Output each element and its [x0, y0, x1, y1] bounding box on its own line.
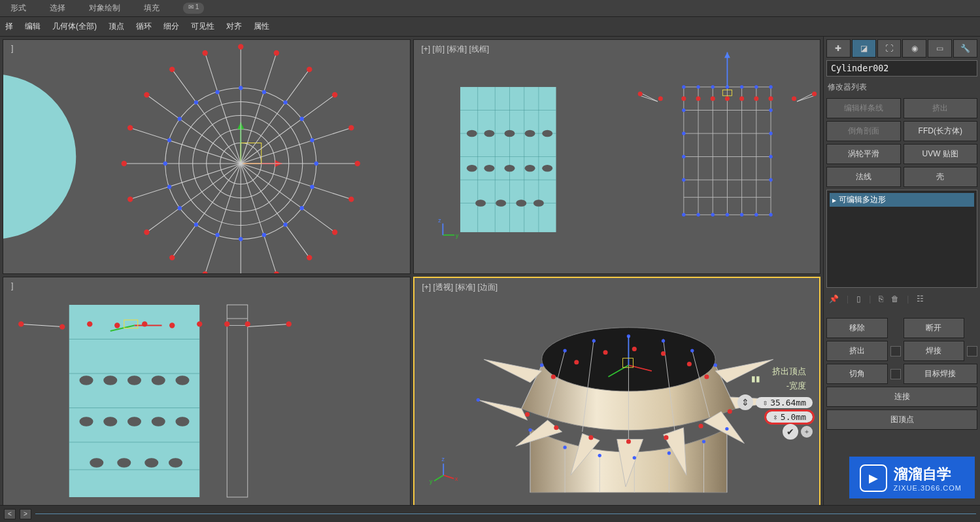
svg-point-96 — [533, 200, 543, 207]
svg-point-138 — [682, 213, 685, 217]
timeline[interactable] — [35, 513, 976, 514]
submenu-loop[interactable]: 循环 — [133, 20, 154, 33]
modifier-list-label[interactable]: 修改器列表 — [826, 79, 977, 96]
menu-style[interactable]: 形式 — [10, 3, 26, 14]
submenu-visibility[interactable]: 可见性 — [188, 20, 217, 33]
height-spinner[interactable]: ⇳ 35.64mm — [756, 397, 813, 408]
submenu-geometry-all[interactable]: 几何体(全部) — [50, 20, 99, 33]
weld-button[interactable]: 焊接 — [904, 341, 965, 361]
svg-point-213 — [632, 347, 636, 351]
svg-point-143 — [754, 213, 758, 217]
svg-point-160 — [103, 417, 117, 426]
viewport-label: [+] [透视] [标准] [边面] — [422, 282, 498, 293]
tab-hierarchy-icon[interactable]: ⛶ — [877, 39, 902, 58]
svg-point-88 — [466, 165, 477, 172]
mod-shell-button[interactable]: 壳 — [904, 167, 978, 187]
mod-turbosmooth-button[interactable]: 涡轮平滑 — [826, 144, 901, 164]
modifier-buttons: 编辑样条线 挤出 倒角剖面 FFD(长方体) 涡轮平滑 UVW 贴图 法线 壳 — [826, 98, 977, 187]
mod-bevelprofile-button[interactable]: 倒角剖面 — [826, 121, 901, 141]
svg-point-67 — [239, 86, 243, 90]
show-result-icon[interactable]: ▯ — [856, 294, 861, 304]
extrude-settings-button[interactable] — [890, 346, 901, 357]
svg-point-121 — [658, 96, 662, 101]
track-next-button[interactable]: > — [20, 509, 31, 519]
menu-draw[interactable]: 对象绘制 — [89, 3, 120, 14]
svg-point-228 — [661, 339, 664, 342]
watermark-logo: ▶ 溜溜自学 ZIXUE.3D66.COM — [849, 457, 975, 498]
viewport-front[interactable]: [+] [前] [标准] [线框] — [413, 39, 821, 274]
height-icon[interactable]: ⇕ — [737, 394, 753, 410]
mod-normal-button[interactable]: 法线 — [826, 167, 901, 187]
svg-point-154 — [80, 375, 93, 385]
pin-icon[interactable]: 📌 — [829, 294, 839, 304]
submenu-edit[interactable]: 编辑 — [22, 20, 43, 33]
stack-item-editablepoly[interactable]: ▸ 可编辑多边形 — [830, 193, 974, 207]
svg-point-215 — [686, 362, 691, 366]
svg-point-46 — [202, 50, 207, 56]
tab-motion-icon[interactable]: ◉ — [902, 39, 926, 58]
figvertex-button[interactable]: 图顶点 — [826, 409, 977, 430]
svg-point-173 — [18, 321, 24, 326]
mod-ffd-button[interactable]: FFD(长方体) — [904, 121, 978, 141]
mod-extrude-button[interactable]: 挤出 — [904, 98, 978, 118]
svg-point-176 — [114, 322, 120, 328]
apply-button[interactable]: ＋ — [801, 426, 813, 438]
svg-point-62 — [163, 162, 167, 165]
configure-icon[interactable]: ☷ — [917, 294, 924, 304]
tab-utilities-icon[interactable]: 🔧 — [953, 39, 977, 58]
tab-create-icon[interactable]: ✚ — [826, 39, 851, 58]
remove-button[interactable]: 移除 — [826, 318, 888, 338]
svg-point-53 — [310, 185, 314, 189]
menu-select[interactable]: 选择 — [50, 3, 65, 14]
svg-line-246 — [434, 475, 443, 481]
svg-line-244 — [443, 475, 454, 478]
submenu-properties[interactable]: 属性 — [251, 20, 272, 33]
svg-point-45 — [169, 67, 175, 72]
svg-point-131 — [769, 109, 772, 112]
svg-point-132 — [682, 131, 685, 135]
weld-settings-button[interactable] — [967, 346, 977, 357]
submenu-vertex[interactable]: 顶点 — [106, 20, 127, 33]
edit-vertices: 移除 断开 挤出 焊接 切角 目标焊接 连接 图顶点 — [826, 318, 977, 430]
tab-modify-icon[interactable]: ◪ — [852, 39, 876, 58]
extrude-button[interactable]: 挤出 — [826, 341, 888, 361]
menu-fill[interactable]: 填充 — [144, 3, 160, 14]
svg-text:y: y — [455, 232, 458, 239]
mail-icon[interactable]: ✉ 1 — [183, 3, 204, 14]
chamfer-button[interactable]: 切角 — [826, 364, 888, 384]
svg-point-226 — [592, 339, 595, 342]
svg-point-85 — [504, 130, 515, 137]
svg-text:y: y — [430, 478, 433, 485]
svg-point-36 — [274, 271, 279, 273]
mod-editspline-button[interactable]: 编辑样条线 — [826, 98, 901, 118]
submenu-pick[interactable]: 择 — [3, 20, 16, 33]
targetweld-button[interactable]: 目标焊接 — [904, 364, 978, 384]
viewport-label: [+] [前] [标准] [线框] — [422, 44, 490, 55]
submenu-subdivide[interactable]: 细分 — [161, 20, 182, 33]
svg-rect-168 — [227, 305, 248, 497]
tab-display-icon[interactable]: ▭ — [928, 39, 952, 58]
width-spinner[interactable]: ⇳ 5.0mm — [766, 411, 813, 423]
delete-icon[interactable]: 🗑 — [891, 294, 899, 304]
svg-point-141 — [725, 213, 728, 217]
submenu-align[interactable]: 对齐 — [224, 20, 245, 33]
break-button[interactable]: 断开 — [904, 318, 965, 338]
svg-point-135 — [769, 155, 772, 158]
svg-point-115 — [724, 96, 729, 101]
viewport-top[interactable]: ] — [3, 39, 411, 274]
make-unique-icon[interactable]: ⎘ — [879, 294, 883, 304]
mod-uvwmap-button[interactable]: UVW 贴图 — [904, 144, 978, 164]
ok-button[interactable]: ✔ — [783, 424, 798, 440]
connect-button[interactable]: 连接 — [826, 387, 977, 407]
chamfer-settings-button[interactable] — [890, 369, 901, 379]
modifier-stack[interactable]: ▸ 可编辑多边形 — [826, 190, 977, 288]
viewport-left[interactable]: ] — [3, 277, 411, 512]
svg-point-122 — [791, 96, 796, 101]
svg-point-66 — [215, 90, 219, 94]
svg-point-212 — [603, 350, 607, 355]
svg-point-235 — [667, 451, 670, 455]
track-prev-button[interactable]: < — [4, 509, 16, 519]
object-name-input[interactable] — [826, 60, 977, 77]
viewport-perspective[interactable]: [+] [透视] [标准] [边面] — [413, 277, 821, 512]
svg-point-93 — [475, 200, 486, 207]
